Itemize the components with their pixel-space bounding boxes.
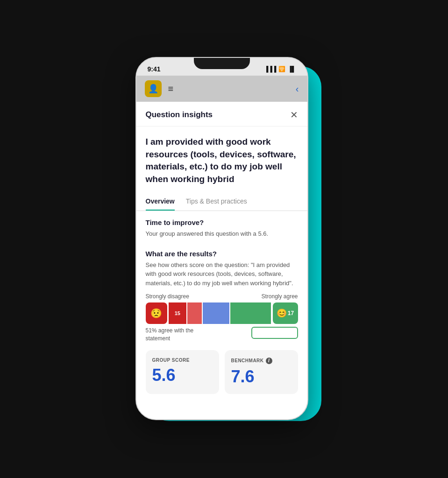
tab-tips[interactable]: Tips & Best practices — [186, 193, 247, 211]
time-to-improve-body: Your group answered this question with a… — [146, 229, 298, 239]
phone-content: Question insights ✕ I am provided with g… — [136, 102, 307, 419]
green-border-indicator — [251, 327, 298, 339]
results-body: See how others score on the question: "I… — [146, 260, 298, 288]
results-heading: What are the results? — [146, 250, 298, 258]
agree-statement: 51% agree with the statement — [146, 327, 211, 343]
bar-segment-2 — [187, 302, 202, 324]
bar-chart-area: Strongly disagree Strongly agree 😟 15 😊 … — [136, 291, 307, 343]
person-icon: 👤 — [148, 84, 158, 94]
close-button[interactable]: ✕ — [290, 109, 298, 120]
app-header-left: 👤 ≡ — [145, 80, 174, 97]
notch — [194, 58, 250, 69]
benchmark-value: 7.6 — [231, 367, 292, 387]
phone-frame: 9:41 ▐▐▐ 🛜 ▐▌ 👤 ≡ ‹ Question insights ✕ — [135, 57, 308, 420]
tabs-row: Overview Tips & Best practices — [136, 193, 307, 211]
strongly-disagree-label: Strongly disagree — [146, 293, 189, 300]
bar-segment-4 — [230, 302, 271, 324]
bar-segment-1: 15 — [169, 302, 187, 324]
bar-agree-row: 51% agree with the statement — [146, 327, 298, 343]
score-cards: GROUP SCORE 5.6 BENCHMARK i 7.6 — [136, 343, 307, 401]
time-to-improve-section: Time to improve? Your group answered thi… — [136, 211, 307, 242]
bar-segment-3 — [203, 302, 229, 324]
results-section: What are the results? See how others sco… — [136, 242, 307, 292]
status-bar: 9:41 ▐▐▐ 🛜 ▐▌ — [136, 58, 307, 76]
app-header: 👤 ≡ ‹ — [136, 76, 307, 102]
status-time: 9:41 — [148, 63, 161, 73]
phone-wrapper: 9:41 ▐▐▐ 🛜 ▐▌ 👤 ≡ ‹ Question insights ✕ — [135, 57, 313, 421]
battery-icon: ▐▌ — [288, 66, 296, 72]
benchmark-label: BENCHMARK i — [231, 358, 292, 364]
status-icons: ▐▐▐ 🛜 ▐▌ — [264, 64, 296, 72]
group-score-value: 5.6 — [152, 366, 213, 385]
group-score-label: GROUP SCORE — [152, 358, 213, 363]
bar-labels: Strongly disagree Strongly agree — [146, 293, 298, 300]
bar-segments: 15 — [169, 302, 271, 324]
happy-face-icon: 😊 17 — [273, 302, 298, 324]
tab-overview[interactable]: Overview — [146, 193, 175, 211]
app-logo-icon[interactable]: 👤 — [145, 80, 162, 97]
back-chevron-icon[interactable]: ‹ — [296, 84, 299, 94]
qi-title: Question insights — [146, 110, 213, 120]
benchmark-card: BENCHMARK i 7.6 — [225, 350, 298, 394]
strongly-agree-label: Strongly agree — [261, 293, 298, 300]
group-score-card: GROUP SCORE 5.6 — [146, 350, 219, 394]
question-text: I am provided with good work resources (… — [136, 127, 307, 193]
hamburger-icon[interactable]: ≡ — [168, 84, 174, 94]
time-to-improve-heading: Time to improve? — [146, 218, 298, 226]
score-bar: 😟 15 😊 17 — [146, 302, 298, 324]
sad-face-icon: 😟 — [146, 302, 167, 324]
signal-icon: ▐▐▐ — [264, 66, 277, 72]
benchmark-info-icon[interactable]: i — [266, 358, 272, 364]
qi-header: Question insights ✕ — [136, 102, 307, 127]
wifi-icon: 🛜 — [278, 66, 285, 72]
